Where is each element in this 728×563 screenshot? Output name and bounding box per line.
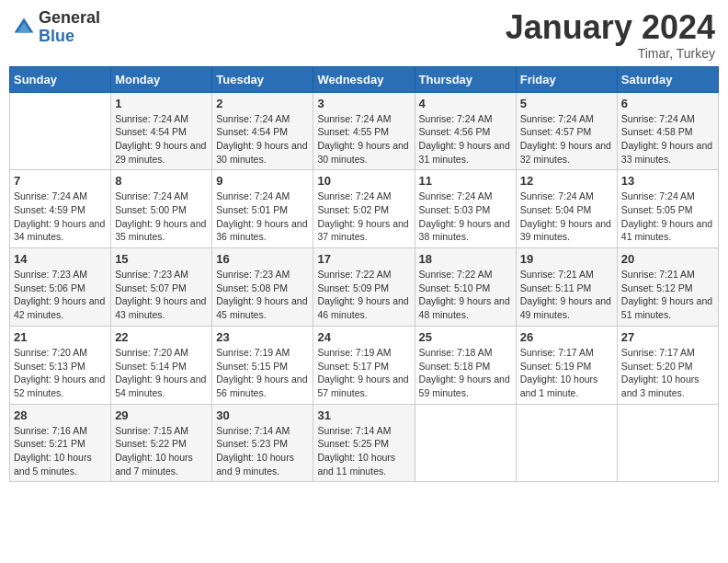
day-info: Sunrise: 7:24 AMSunset: 5:04 PMDaylight:… [520, 190, 613, 244]
day-info: Sunrise: 7:14 AMSunset: 5:25 PMDaylight:… [317, 424, 410, 478]
day-info: Sunrise: 7:19 AMSunset: 5:17 PMDaylight:… [317, 346, 410, 400]
day-info: Sunrise: 7:23 AMSunset: 5:08 PMDaylight:… [216, 268, 309, 322]
day-info: Sunrise: 7:20 AMSunset: 5:14 PMDaylight:… [115, 346, 208, 400]
day-number: 10 [317, 174, 410, 188]
calendar-cell: 22Sunrise: 7:20 AMSunset: 5:14 PMDayligh… [111, 326, 212, 404]
calendar-cell: 8Sunrise: 7:24 AMSunset: 5:00 PMDaylight… [111, 170, 212, 248]
day-number: 2 [216, 97, 309, 110]
day-info: Sunrise: 7:21 AMSunset: 5:11 PMDaylight:… [520, 268, 613, 322]
day-info: Sunrise: 7:24 AMSunset: 4:58 PMDaylight:… [621, 112, 714, 167]
calendar-cell: 24Sunrise: 7:19 AMSunset: 5:17 PMDayligh… [313, 326, 415, 404]
day-info: Sunrise: 7:24 AMSunset: 5:05 PMDaylight:… [621, 190, 714, 244]
title-block: January 2024 Timar, Turkey [506, 9, 715, 61]
calendar-cell: 10Sunrise: 7:24 AMSunset: 5:02 PMDayligh… [313, 170, 415, 248]
day-number: 15 [115, 252, 208, 266]
day-number: 17 [317, 252, 410, 266]
month-title: January 2024 [506, 9, 715, 46]
day-number: 23 [216, 330, 309, 344]
calendar-cell [516, 404, 617, 482]
calendar-week-row: 1Sunrise: 7:24 AMSunset: 4:54 PMDaylight… [10, 92, 719, 170]
calendar-cell: 26Sunrise: 7:17 AMSunset: 5:19 PMDayligh… [516, 326, 617, 404]
day-info: Sunrise: 7:17 AMSunset: 5:19 PMDaylight:… [520, 346, 613, 400]
calendar-week-row: 21Sunrise: 7:20 AMSunset: 5:13 PMDayligh… [10, 326, 719, 404]
day-number: 22 [115, 330, 208, 344]
day-info: Sunrise: 7:24 AMSunset: 5:00 PMDaylight:… [115, 190, 208, 244]
calendar-cell: 6Sunrise: 7:24 AMSunset: 4:58 PMDaylight… [617, 92, 718, 170]
calendar-cell: 27Sunrise: 7:17 AMSunset: 5:20 PMDayligh… [617, 326, 718, 404]
day-number: 14 [14, 252, 107, 266]
calendar-cell: 31Sunrise: 7:14 AMSunset: 5:25 PMDayligh… [313, 404, 415, 482]
day-info: Sunrise: 7:21 AMSunset: 5:12 PMDaylight:… [621, 268, 714, 322]
header-tuesday: Tuesday [212, 66, 313, 92]
day-info: Sunrise: 7:22 AMSunset: 5:10 PMDaylight:… [419, 268, 512, 322]
calendar-cell: 9Sunrise: 7:24 AMSunset: 5:01 PMDaylight… [212, 170, 313, 248]
day-info: Sunrise: 7:24 AMSunset: 4:56 PMDaylight:… [419, 112, 512, 167]
day-number: 26 [520, 330, 613, 344]
calendar-cell: 13Sunrise: 7:24 AMSunset: 5:05 PMDayligh… [617, 170, 718, 248]
calendar-cell [415, 404, 516, 482]
location: Timar, Turkey [506, 46, 715, 61]
calendar-cell: 17Sunrise: 7:22 AMSunset: 5:09 PMDayligh… [313, 248, 415, 327]
day-number: 21 [14, 330, 107, 344]
calendar-cell: 16Sunrise: 7:23 AMSunset: 5:08 PMDayligh… [212, 248, 313, 327]
day-info: Sunrise: 7:24 AMSunset: 4:54 PMDaylight:… [115, 112, 208, 167]
day-info: Sunrise: 7:15 AMSunset: 5:22 PMDaylight:… [115, 424, 208, 478]
day-info: Sunrise: 7:24 AMSunset: 5:02 PMDaylight:… [317, 190, 410, 244]
header-thursday: Thursday [415, 66, 516, 92]
day-number: 5 [520, 97, 613, 110]
calendar-cell: 23Sunrise: 7:19 AMSunset: 5:15 PMDayligh… [212, 326, 313, 404]
calendar-cell: 28Sunrise: 7:16 AMSunset: 5:21 PMDayligh… [10, 404, 111, 482]
day-number: 16 [216, 252, 309, 266]
header-monday: Monday [111, 66, 212, 92]
header-sunday: Sunday [10, 66, 111, 92]
day-number: 4 [419, 97, 512, 110]
day-info: Sunrise: 7:23 AMSunset: 5:07 PMDaylight:… [115, 268, 208, 322]
calendar-cell: 21Sunrise: 7:20 AMSunset: 5:13 PMDayligh… [10, 326, 111, 404]
calendar-cell: 20Sunrise: 7:21 AMSunset: 5:12 PMDayligh… [617, 248, 718, 327]
logo: General Blue [13, 9, 100, 46]
day-number: 11 [419, 174, 512, 188]
day-number: 25 [419, 330, 512, 344]
day-number: 31 [317, 408, 410, 422]
calendar-cell [617, 404, 718, 482]
calendar-cell: 14Sunrise: 7:23 AMSunset: 5:06 PMDayligh… [10, 248, 111, 327]
day-info: Sunrise: 7:14 AMSunset: 5:23 PMDaylight:… [216, 424, 309, 478]
day-number: 12 [520, 174, 613, 188]
header-wednesday: Wednesday [313, 66, 415, 92]
day-info: Sunrise: 7:24 AMSunset: 4:55 PMDaylight:… [317, 112, 410, 167]
calendar-week-row: 7Sunrise: 7:24 AMSunset: 4:59 PMDaylight… [10, 170, 719, 248]
day-number: 7 [14, 174, 107, 188]
calendar-week-row: 28Sunrise: 7:16 AMSunset: 5:21 PMDayligh… [10, 404, 719, 482]
calendar-cell: 3Sunrise: 7:24 AMSunset: 4:55 PMDaylight… [313, 92, 415, 170]
calendar-cell: 2Sunrise: 7:24 AMSunset: 4:54 PMDaylight… [212, 92, 313, 170]
day-number: 20 [621, 252, 714, 266]
calendar-cell: 30Sunrise: 7:14 AMSunset: 5:23 PMDayligh… [212, 404, 313, 482]
day-info: Sunrise: 7:24 AMSunset: 4:57 PMDaylight:… [520, 112, 613, 167]
page-header: General Blue January 2024 Timar, Turkey [9, 9, 719, 61]
day-info: Sunrise: 7:17 AMSunset: 5:20 PMDaylight:… [621, 346, 714, 400]
day-number: 13 [621, 174, 714, 188]
calendar-cell [10, 92, 111, 170]
logo-icon [13, 17, 35, 39]
logo-text: General Blue [39, 9, 100, 46]
day-info: Sunrise: 7:19 AMSunset: 5:15 PMDaylight:… [216, 346, 309, 400]
day-number: 18 [419, 252, 512, 266]
day-number: 8 [115, 174, 208, 188]
calendar-table: SundayMondayTuesdayWednesdayThursdayFrid… [9, 66, 719, 483]
calendar-week-row: 14Sunrise: 7:23 AMSunset: 5:06 PMDayligh… [10, 248, 719, 327]
day-number: 28 [14, 408, 107, 422]
day-info: Sunrise: 7:24 AMSunset: 5:01 PMDaylight:… [216, 190, 309, 244]
day-number: 24 [317, 330, 410, 344]
calendar-cell: 29Sunrise: 7:15 AMSunset: 5:22 PMDayligh… [111, 404, 212, 482]
day-number: 27 [621, 330, 714, 344]
logo-general: General [39, 9, 100, 28]
day-number: 1 [115, 97, 208, 110]
day-info: Sunrise: 7:22 AMSunset: 5:09 PMDaylight:… [317, 268, 410, 322]
day-info: Sunrise: 7:24 AMSunset: 4:54 PMDaylight:… [216, 112, 309, 167]
day-info: Sunrise: 7:24 AMSunset: 5:03 PMDaylight:… [419, 190, 512, 244]
day-info: Sunrise: 7:23 AMSunset: 5:06 PMDaylight:… [14, 268, 107, 322]
header-friday: Friday [516, 66, 617, 92]
calendar-cell: 19Sunrise: 7:21 AMSunset: 5:11 PMDayligh… [516, 248, 617, 327]
day-number: 19 [520, 252, 613, 266]
day-number: 3 [317, 97, 410, 110]
